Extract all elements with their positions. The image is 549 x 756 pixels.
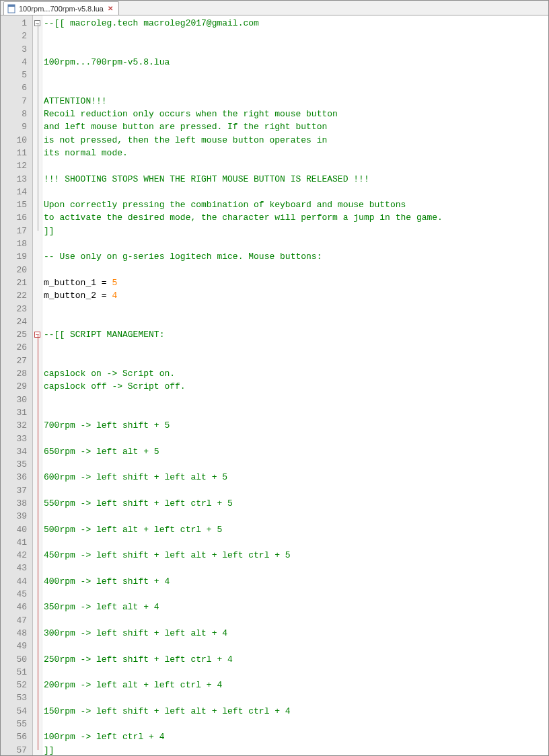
code-line[interactable]: ]] — [44, 744, 548, 756]
code-line[interactable]: 250rpm -> left shift + left ctrl + 4 — [44, 653, 548, 666]
code-token: Recoil reduction only occurs when the ri… — [44, 109, 338, 119]
code-line[interactable] — [44, 406, 548, 419]
code-line[interactable]: --[[ SCRIPT MANAGEMENT: — [44, 328, 548, 341]
line-number: 2 — [1, 30, 27, 42]
code-line[interactable]: 150rpm -> left shift + left alt + left c… — [44, 705, 548, 718]
line-number: 32 — [1, 419, 27, 432]
code-line[interactable]: 700rpm -> left shift + 5 — [44, 419, 548, 432]
file-tab[interactable]: 100rpm...700rpm-v5.8.lua ✕ — [3, 1, 119, 15]
code-token: ]] — [44, 745, 54, 755]
code-line[interactable] — [44, 43, 548, 56]
code-token: to activate the desired mode, the charac… — [44, 213, 443, 223]
code-line[interactable] — [44, 354, 548, 367]
code-line[interactable]: its normal mode. — [44, 147, 548, 159]
code-line[interactable]: !!! SHOOTING STOPS WHEN THE RIGHT MOUSE … — [44, 173, 548, 186]
editor-area: 1234567891011121314151617181920212223242… — [1, 15, 548, 756]
line-number: 20 — [1, 264, 27, 276]
code-line[interactable] — [44, 393, 548, 406]
code-line[interactable]: to activate the desired mode, the charac… — [44, 211, 548, 224]
line-number: 23 — [1, 303, 27, 315]
code-token: 200rpm -> left alt + left ctrl + 4 — [44, 680, 222, 690]
code-line[interactable] — [44, 341, 548, 354]
code-line[interactable]: 100rpm -> left ctrl + 4 — [44, 730, 548, 743]
code-line[interactable] — [44, 458, 548, 471]
line-number: 26 — [1, 341, 27, 354]
line-number: 24 — [1, 315, 27, 328]
line-number: 55 — [1, 718, 27, 730]
line-number: 6 — [1, 81, 27, 94]
code-line[interactable]: 350rpm -> left alt + 4 — [44, 601, 548, 613]
line-number: 46 — [1, 601, 27, 613]
line-number: 5 — [1, 69, 27, 81]
code-line[interactable] — [44, 640, 548, 652]
code-line[interactable] — [44, 536, 548, 549]
line-number: 11 — [1, 147, 27, 159]
line-number: 9 — [1, 120, 27, 133]
code-line[interactable] — [44, 303, 548, 315]
code-line[interactable] — [44, 315, 548, 328]
line-number: 44 — [1, 575, 27, 588]
code-line[interactable]: --[[ macroleg.tech macroleg2017@gmail.co… — [44, 17, 548, 30]
line-number: 37 — [1, 484, 27, 497]
fold-cell — [33, 276, 42, 289]
code-line[interactable] — [44, 614, 548, 627]
line-number: 48 — [1, 627, 27, 640]
fold-cell — [33, 679, 42, 691]
code-line[interactable]: capslock on -> Script on. — [44, 367, 548, 380]
code-line[interactable] — [44, 562, 548, 574]
code-line[interactable] — [44, 69, 548, 81]
code-line[interactable] — [44, 186, 548, 198]
code-line[interactable]: capslock off -> Script off. — [44, 380, 548, 393]
code-line[interactable] — [44, 666, 548, 679]
code-line[interactable]: 100rpm...700rpm-v5.8.lua — [44, 56, 548, 69]
fold-cell — [33, 614, 42, 627]
line-number: 53 — [1, 691, 27, 704]
code-line[interactable]: 650rpm -> left alt + 5 — [44, 445, 548, 458]
code-line[interactable]: is not pressed, then the left mouse butt… — [44, 134, 548, 147]
code-line[interactable] — [44, 264, 548, 276]
code-line[interactable]: and left mouse button are pressed. If th… — [44, 120, 548, 133]
line-number: 54 — [1, 705, 27, 718]
code-line[interactable] — [44, 159, 548, 172]
line-number: 17 — [1, 225, 27, 237]
line-number: 25 — [1, 328, 27, 341]
fold-column: −− — [33, 15, 42, 756]
code-line[interactable] — [44, 432, 548, 445]
code-line[interactable]: 500rpm -> left alt + left ctrl + 5 — [44, 523, 548, 536]
code-line[interactable]: 300rpm -> left shift + left alt + 4 — [44, 627, 548, 640]
code-token: 500rpm -> left alt + left ctrl + 5 — [44, 525, 222, 535]
code-line[interactable]: 400rpm -> left shift + 4 — [44, 575, 548, 588]
close-icon[interactable]: ✕ — [106, 5, 114, 13]
fold-cell — [33, 264, 42, 276]
code-line[interactable]: Recoil reduction only occurs when the ri… — [44, 108, 548, 120]
code-line[interactable]: -- Use only on g-series logitech mice. M… — [44, 250, 548, 263]
code-line[interactable] — [44, 484, 548, 497]
code-line[interactable] — [44, 718, 548, 730]
fold-cell — [33, 303, 42, 315]
code-line[interactable]: m_button_1 = 5 — [44, 276, 548, 289]
code-line[interactable]: 600rpm -> left shift + left alt + 5 — [44, 471, 548, 484]
code-line[interactable] — [44, 691, 548, 704]
code-line[interactable]: 550rpm -> left shift + left ctrl + 5 — [44, 497, 548, 510]
code-line[interactable] — [44, 81, 548, 94]
fold-cell — [33, 380, 42, 393]
code-line[interactable] — [44, 510, 548, 523]
code-token: = — [102, 278, 112, 288]
code-line[interactable]: m_button_2 = 4 — [44, 289, 548, 302]
fold-cell — [33, 250, 42, 263]
line-number: 34 — [1, 445, 27, 458]
code-area[interactable]: --[[ macroleg.tech macroleg2017@gmail.co… — [42, 15, 548, 756]
code-token: 100rpm -> left ctrl + 4 — [44, 732, 164, 742]
code-line[interactable] — [44, 237, 548, 250]
code-line[interactable] — [44, 30, 548, 42]
code-line[interactable]: ]] — [44, 225, 548, 237]
code-line[interactable]: 200rpm -> left alt + left ctrl + 4 — [44, 679, 548, 691]
fold-cell — [33, 211, 42, 224]
code-line[interactable] — [44, 588, 548, 601]
line-number: 57 — [1, 744, 27, 756]
code-line[interactable]: 450rpm -> left shift + left alt + left c… — [44, 549, 548, 562]
fold-cell — [33, 445, 42, 458]
code-line[interactable]: ATTENTION!!! — [44, 95, 548, 108]
code-line[interactable]: Upon correctly pressing the combination … — [44, 198, 548, 211]
line-number: 28 — [1, 367, 27, 380]
